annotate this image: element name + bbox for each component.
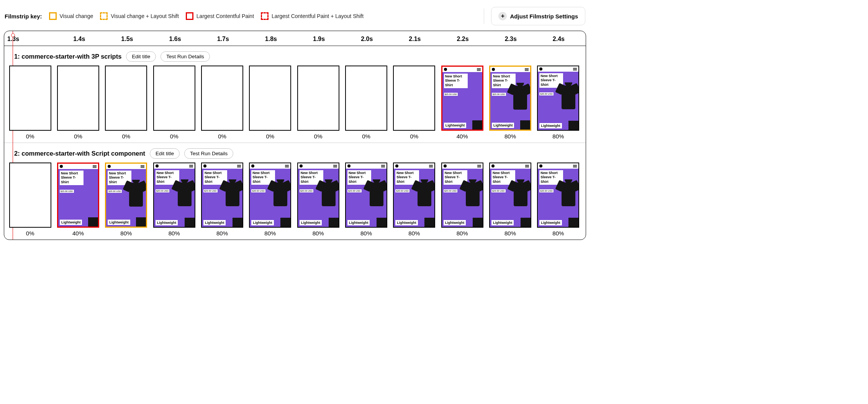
frame-percentage: 80% bbox=[408, 230, 420, 236]
filmstrip-frame[interactable] bbox=[201, 66, 243, 131]
frame-percentage: 80% bbox=[169, 230, 180, 236]
frame-cell: New Short Sleeve T-Shirt $25.00 USD Ligh… bbox=[488, 163, 532, 240]
thumb-price: $25.00 USD bbox=[444, 189, 458, 192]
filmstrip-frame[interactable]: New Short Sleeve T-Shirt $25.00 USD Ligh… bbox=[489, 66, 531, 131]
tshirt-icon bbox=[463, 174, 483, 212]
logo-icon bbox=[491, 164, 495, 168]
filmstrip-frame[interactable] bbox=[57, 66, 99, 131]
filmstrip-frame[interactable]: New Short Sleeve T-Shirt $25.00 USD Ligh… bbox=[57, 163, 99, 228]
thumb-header bbox=[298, 163, 339, 169]
thumb-price: $25.00 USD bbox=[395, 189, 409, 192]
dark-block bbox=[472, 120, 482, 130]
hamburger-icon bbox=[141, 165, 144, 168]
logo-icon bbox=[347, 164, 350, 168]
thumb-badge: Lightweight bbox=[491, 220, 514, 225]
time-tick: 1.5s bbox=[103, 36, 151, 43]
test-title: 1: commerce-starter-with 3P scripts bbox=[14, 53, 121, 60]
thumb-header bbox=[106, 164, 146, 169]
frame-cell: New Short Sleeve T-Shirt $25.00 USD Ligh… bbox=[344, 163, 388, 240]
dark-block bbox=[233, 218, 242, 227]
thumb-header bbox=[538, 163, 578, 169]
logo-icon bbox=[539, 164, 542, 168]
dark-block bbox=[520, 120, 530, 130]
filmstrip-frame[interactable]: New Short Sleeve T-Shirt $25.00 USD Ligh… bbox=[297, 163, 339, 228]
thumb-header bbox=[442, 163, 483, 169]
frame-cell: 0% bbox=[104, 66, 148, 143]
frame-thumbnail: New Short Sleeve T-Shirt $25.00 USD Ligh… bbox=[490, 67, 530, 130]
frame-cell: 0% bbox=[152, 66, 196, 143]
frame-percentage: 80% bbox=[313, 230, 324, 236]
test-header: 1: commerce-starter-with 3P scripts Edit… bbox=[14, 49, 581, 66]
filmstrip-frame[interactable]: New Short Sleeve T-Shirt $25.00 USD Ligh… bbox=[345, 163, 387, 228]
time-tick: 1.6s bbox=[151, 36, 199, 43]
filmstrip-frame[interactable] bbox=[249, 66, 291, 131]
frame-thumbnail: New Short Sleeve T-Shirt $25.00 USD Ligh… bbox=[298, 163, 339, 227]
frame-cell: 0% bbox=[344, 66, 388, 143]
frame-percentage: 80% bbox=[264, 230, 276, 236]
vertical-divider bbox=[484, 8, 484, 24]
filmstrip-frame[interactable]: New Short Sleeve T-Shirt $25.00 USD Ligh… bbox=[441, 66, 483, 131]
dark-block bbox=[185, 218, 195, 227]
legend-lcp: Largest Contentful Paint bbox=[186, 12, 254, 20]
test-section: 2: commerce-starter-with Script componen… bbox=[4, 143, 586, 240]
frame-cell: 0% bbox=[200, 66, 244, 143]
filmstrip-frame[interactable] bbox=[153, 66, 195, 131]
tshirt-icon bbox=[319, 174, 339, 212]
filmstrip-frame[interactable]: New Short Sleeve T-Shirt $25.00 USD Ligh… bbox=[201, 163, 243, 228]
frame-thumbnail: New Short Sleeve T-Shirt $25.00 USD Ligh… bbox=[250, 163, 290, 227]
filmstrip-frame[interactable] bbox=[297, 66, 339, 131]
frame-percentage: 80% bbox=[457, 230, 468, 236]
thumb-price: $25.00 USD bbox=[203, 189, 218, 192]
filmstrip-frame[interactable]: New Short Sleeve T-Shirt $25.00 USD Ligh… bbox=[537, 66, 579, 131]
test-run-details-button[interactable]: Test Run Details bbox=[184, 148, 233, 159]
thumb-header bbox=[490, 163, 531, 169]
swatch-red-solid-icon bbox=[186, 12, 193, 20]
adjust-filmstrip-settings-button[interactable]: + Adjust Filmstrip Settings bbox=[491, 7, 585, 25]
thumb-price: $25.00 USD bbox=[444, 93, 458, 96]
frame-cell: New Short Sleeve T-Shirt $25.00 USD Ligh… bbox=[152, 163, 196, 240]
frame-cell: New Short Sleeve T-Shirt $25.00 USD Ligh… bbox=[536, 163, 580, 240]
dark-block bbox=[88, 217, 98, 227]
edit-title-button[interactable]: Edit title bbox=[150, 148, 180, 159]
hamburger-icon bbox=[333, 165, 337, 168]
frame-percentage: 80% bbox=[216, 230, 228, 236]
thumb-header bbox=[250, 163, 290, 169]
logo-icon bbox=[444, 68, 447, 71]
thumb-header bbox=[490, 67, 530, 72]
filmstrip-panel: 1.3s1.4s1.5s1.6s1.7s1.8s1.9s2.0s2.1s2.2s… bbox=[4, 31, 586, 240]
filmstrip-frame[interactable] bbox=[393, 66, 435, 131]
filmstrip-frame[interactable]: New Short Sleeve T-Shirt $25.00 USD Ligh… bbox=[489, 163, 531, 228]
tshirt-icon bbox=[223, 174, 242, 212]
filmstrip-frame[interactable]: New Short Sleeve T-Shirt $25.00 USD Ligh… bbox=[393, 163, 435, 228]
frame-cell: 0% bbox=[392, 66, 436, 143]
frame-thumbnail: New Short Sleeve T-Shirt $25.00 USD Ligh… bbox=[538, 66, 578, 130]
frame-percentage: 0% bbox=[26, 230, 34, 236]
filmstrip-frame[interactable] bbox=[9, 66, 51, 131]
thumb-price: $25.00 USD bbox=[491, 189, 506, 192]
test-run-details-button[interactable]: Test Run Details bbox=[160, 51, 210, 62]
swatch-orange-dashed-icon bbox=[100, 12, 108, 20]
filmstrip-frame[interactable] bbox=[9, 163, 51, 228]
logo-icon bbox=[156, 164, 159, 168]
edit-title-button[interactable]: Edit title bbox=[126, 51, 156, 62]
legend-text: Largest Contentful Paint bbox=[197, 13, 254, 19]
thumb-badge: Lightweight bbox=[444, 220, 466, 225]
frame-percentage: 40% bbox=[457, 133, 468, 140]
thumb-header bbox=[394, 163, 434, 169]
time-tick: 1.9s bbox=[295, 36, 343, 43]
filmstrip-frame[interactable]: New Short Sleeve T-Shirt $25.00 USD Ligh… bbox=[249, 163, 291, 228]
filmstrip-frame[interactable] bbox=[345, 66, 387, 131]
legend-visual-change-layout-shift: Visual change + Layout Shift bbox=[100, 12, 179, 20]
thumb-header bbox=[442, 67, 482, 72]
filmstrip-frame[interactable]: New Short Sleeve T-Shirt $25.00 USD Ligh… bbox=[441, 163, 483, 228]
filmstrip-frame[interactable]: New Short Sleeve T-Shirt $25.00 USD Ligh… bbox=[153, 163, 195, 228]
tshirt-icon bbox=[126, 174, 146, 213]
dark-block bbox=[280, 218, 290, 227]
filmstrip-frame[interactable]: New Short Sleeve T-Shirt $25.00 USD Ligh… bbox=[537, 163, 579, 228]
filmstrip-frame[interactable] bbox=[105, 66, 147, 131]
frame-thumbnail: New Short Sleeve T-Shirt $25.00 USD Ligh… bbox=[442, 163, 483, 227]
frame-percentage: 0% bbox=[218, 133, 226, 140]
filmstrip-frame[interactable]: New Short Sleeve T-Shirt $25.00 USD Ligh… bbox=[105, 163, 147, 228]
thumb-badge: Lightweight bbox=[203, 220, 226, 225]
hamburger-icon bbox=[573, 68, 577, 71]
